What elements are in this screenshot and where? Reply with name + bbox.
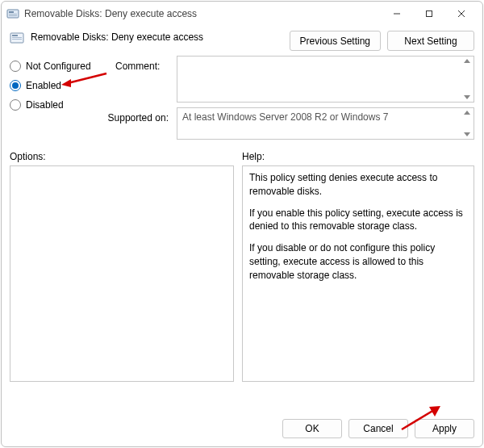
- radio-label: Not Configured: [26, 61, 91, 72]
- next-setting-button[interactable]: Next Setting: [387, 31, 474, 51]
- svg-rect-10: [12, 37, 22, 38]
- scroll-up-icon: [464, 59, 470, 63]
- scroll-down-icon: [464, 95, 470, 99]
- scrollbar[interactable]: [461, 109, 473, 138]
- maximize-button[interactable]: [413, 2, 445, 25]
- state-radio-group: Not Configured Enabled Disabled: [10, 56, 111, 111]
- svg-rect-9: [12, 35, 18, 36]
- radio-icon: [10, 80, 21, 91]
- options-pane[interactable]: [10, 165, 234, 382]
- app-icon: [6, 7, 19, 20]
- config-grid: Not Configured Enabled Disabled Comment:: [10, 56, 474, 140]
- help-paragraph: If you disable or do not configure this …: [249, 241, 467, 282]
- ok-button[interactable]: OK: [282, 419, 342, 438]
- comment-label: Comment:: [115, 56, 172, 72]
- svg-rect-3: [9, 15, 17, 16]
- scroll-down-icon: [464, 132, 470, 136]
- header-row: Removable Disks: Deny execute access Pre…: [10, 27, 474, 56]
- content-area: Removable Disks: Deny execute access Pre…: [2, 26, 482, 411]
- help-paragraph: This policy setting denies execute acces…: [249, 171, 467, 199]
- close-button[interactable]: [445, 2, 478, 25]
- apply-button[interactable]: Apply: [415, 419, 474, 438]
- minimize-button[interactable]: [381, 2, 413, 25]
- svg-rect-2: [9, 14, 17, 15]
- supported-on-value: At least Windows Server 2008 R2 or Windo…: [182, 111, 388, 123]
- window-title: Removable Disks: Deny execute access: [24, 8, 381, 19]
- help-label: Help:: [242, 151, 265, 162]
- radio-enabled[interactable]: Enabled: [10, 80, 111, 91]
- radio-not-configured[interactable]: Not Configured: [10, 61, 111, 72]
- radio-label: Enabled: [26, 80, 61, 91]
- comment-textarea[interactable]: [177, 56, 474, 103]
- footer-buttons: OK Cancel Apply: [2, 411, 482, 446]
- supported-on-label: Supported on:: [10, 107, 172, 124]
- scroll-up-icon: [464, 111, 470, 115]
- titlebar: Removable Disks: Deny execute access: [2, 2, 482, 26]
- svg-rect-5: [427, 11, 432, 17]
- cancel-button[interactable]: Cancel: [348, 419, 408, 438]
- policy-icon: [10, 31, 24, 45]
- svg-rect-11: [12, 39, 22, 40]
- previous-setting-button[interactable]: Previous Setting: [290, 31, 381, 51]
- scrollbar[interactable]: [461, 57, 473, 101]
- dialog-window: Removable Disks: Deny execute access Rem…: [1, 1, 483, 447]
- pane-labels: Options: Help:: [10, 151, 474, 162]
- help-paragraph: If you enable this policy setting, execu…: [249, 207, 467, 234]
- options-label: Options:: [10, 151, 234, 162]
- radio-icon: [10, 61, 21, 72]
- nav-buttons: Previous Setting Next Setting: [290, 31, 474, 51]
- supported-on-box: At least Windows Server 2008 R2 or Windo…: [177, 107, 474, 140]
- svg-rect-1: [9, 11, 14, 13]
- policy-title: Removable Disks: Deny execute access: [31, 29, 283, 43]
- panes: This policy setting denies execute acces…: [10, 165, 474, 411]
- help-pane[interactable]: This policy setting denies execute acces…: [242, 165, 474, 382]
